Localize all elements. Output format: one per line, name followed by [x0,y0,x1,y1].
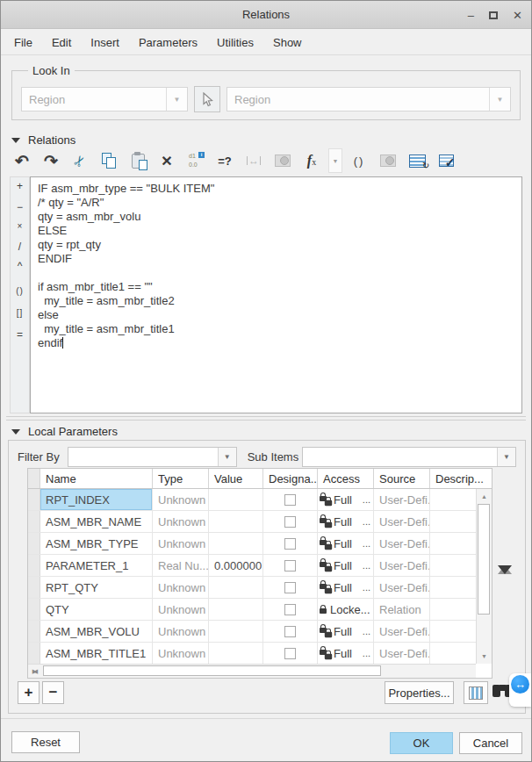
param-source-cell[interactable]: User-Defi... [374,643,430,664]
param-value-cell[interactable] [209,643,263,664]
param-value-cell[interactable]: 0.000000 [209,555,263,576]
chevron-down-icon[interactable]: ▼ [497,448,515,466]
param-name-cell[interactable]: RPT_INDEX [40,489,153,510]
table-row[interactable]: RPT_QTY Unknown Full... User-Defi... [28,577,476,599]
close-button[interactable]: ✕ [513,10,522,21]
param-type-cell[interactable]: Unknown [153,489,209,510]
param-access-cell[interactable]: Full... [318,621,374,642]
col-name[interactable]: Name [40,469,153,488]
param-description-cell[interactable] [430,577,476,598]
param-source-cell[interactable]: User-Defi... [374,511,430,532]
local-parameters-section-header[interactable]: Local Parameters [11,425,118,438]
param-source-cell[interactable]: User-Defi... [374,533,430,554]
menu-file[interactable]: File [4,30,42,55]
access-more-button[interactable]: ... [363,582,373,593]
param-value-cell[interactable] [209,577,263,598]
param-access-cell[interactable]: Full... [318,555,374,576]
table-row[interactable]: ASM_MBR_NAME Unknown Full... User-Defi..… [28,511,476,533]
col-source[interactable]: Source [374,469,430,488]
row-selector[interactable] [28,533,40,554]
vertical-scrollbar[interactable]: ▲ ▼ [476,489,492,664]
param-description-cell[interactable] [430,533,476,554]
param-description-cell[interactable] [430,643,476,664]
menu-insert[interactable]: Insert [81,30,129,55]
param-value-cell[interactable] [209,489,263,510]
row-selector[interactable] [28,511,40,532]
param-designate-cell[interactable] [263,555,318,576]
designate-checkbox[interactable] [284,494,296,506]
access-more-button[interactable]: ... [363,494,373,505]
look-in-left-combo[interactable]: Region ▼ [21,87,188,111]
op-multiply-button[interactable]: × [11,221,29,231]
text-editor-button[interactable]: ↻ [405,148,429,173]
chevron-down-icon[interactable]: ▼ [166,88,187,111]
verify-button[interactable]: ✓ [434,148,458,173]
access-more-button[interactable]: ... [363,626,373,636]
designate-checkbox[interactable] [284,538,296,550]
evaluate-button[interactable]: =? [212,148,237,173]
relations-editor[interactable]: IF asm_mbr_type == "BULK ITEM" /* qty = … [30,176,522,413]
param-designate-cell[interactable] [263,577,318,598]
ok-button[interactable]: OK [390,732,453,754]
menu-edit[interactable]: Edit [42,30,81,55]
param-type-cell[interactable]: Unknown [153,511,209,532]
param-value-cell[interactable] [209,511,263,532]
chevron-down-icon[interactable]: ▼ [218,448,236,466]
columns-button[interactable] [464,681,488,704]
param-description-cell[interactable] [430,555,476,576]
op-divide-button[interactable]: / [11,241,29,253]
measure-button[interactable]: ↔ [241,148,266,173]
designate-checkbox[interactable] [284,560,296,572]
designate-checkbox[interactable] [284,516,296,528]
param-access-cell[interactable]: Full... [318,533,374,554]
param-value-cell[interactable] [209,533,263,554]
param-type-cell[interactable]: Real Nu... [153,555,209,576]
look-in-right-combo[interactable]: Region ▼ [226,87,511,111]
param-value-cell[interactable] [209,599,263,620]
param-type-cell[interactable]: Unknown [153,643,209,664]
param-designate-cell[interactable] [263,533,318,554]
param-access-cell[interactable]: Full... [318,489,374,510]
op-brackets-button[interactable]: [] [11,308,29,318]
designate-checkbox[interactable] [284,626,296,637]
table-row[interactable]: QTY Unknown Locke... Relation [28,599,476,621]
delete-button[interactable]: ✕ [155,148,179,173]
param-source-cell[interactable]: Relation [374,599,430,620]
properties-button[interactable]: Properties... [385,681,454,704]
row-selector[interactable] [28,643,40,664]
param-description-cell[interactable] [430,489,476,510]
toggle-dimensions-button[interactable]: d1 0.0 i [183,148,208,173]
units-button[interactable] [376,148,400,173]
row-selector[interactable] [28,577,40,598]
op-equals-button[interactable]: = [11,328,29,341]
table-row[interactable]: ASM_MBR_TITLE1 Unknown Full... User-Defi… [28,643,476,664]
col-value[interactable]: Value [209,469,263,488]
remove-parameter-button[interactable]: − [42,681,64,704]
param-name-cell[interactable]: ASM_MBR_TITLE1 [40,643,153,664]
function-dropdown-button[interactable]: ▼ [328,148,342,173]
param-description-cell[interactable] [430,511,476,532]
param-source-cell[interactable]: User-Defi... [374,489,430,510]
undo-button[interactable]: ↶ [10,148,34,173]
param-designate-cell[interactable] [263,621,318,642]
insert-image-button[interactable] [270,148,295,173]
designate-checkbox[interactable] [284,604,296,615]
function-button[interactable]: fx [299,148,324,173]
op-power-button[interactable]: ^ [11,260,29,272]
param-source-cell[interactable]: User-Defi... [374,577,430,598]
access-more-button[interactable]: ... [363,560,373,571]
param-source-cell[interactable]: User-Defi... [374,555,430,576]
scroll-up-icon[interactable]: ▲ [477,490,492,503]
access-more-button[interactable]: ... [363,516,373,527]
horizontal-scrollbar[interactable]: ◀ ▶ [28,664,476,678]
param-description-cell[interactable] [430,599,476,620]
param-name-cell[interactable]: PARAMETER_1 [40,555,153,576]
menu-utilities[interactable]: Utilities [207,30,263,55]
menu-parameters[interactable]: Parameters [129,30,207,55]
row-selector[interactable] [28,621,40,642]
copy-button[interactable] [97,148,121,173]
param-designate-cell[interactable] [263,599,318,620]
col-designate[interactable]: Designa... [263,469,318,488]
select-items-button[interactable] [194,86,220,112]
op-parens-button[interactable]: () [11,286,29,296]
